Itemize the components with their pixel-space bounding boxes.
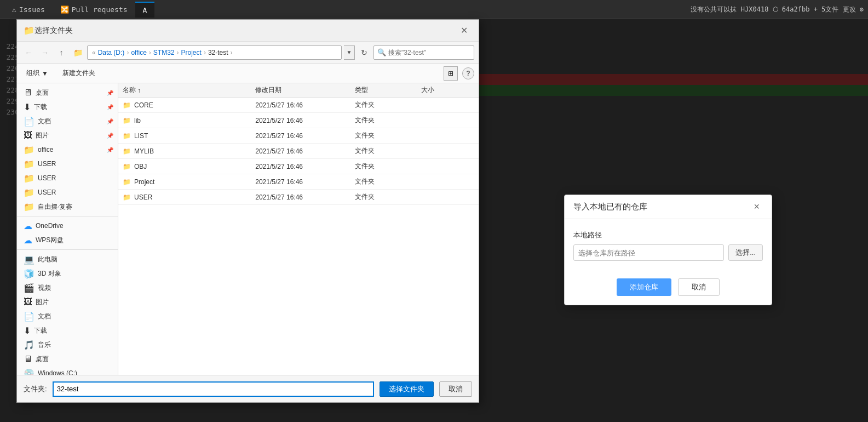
import-path-input[interactable] [573,244,724,261]
sort-arrow: ↑ [137,87,141,94]
computer-icon: 💻 [24,254,35,265]
nav-forward-button[interactable]: → [38,45,52,60]
download-label-1: 下载 [34,102,47,112]
dialog-close-button[interactable]: ✕ [456,23,472,38]
office-label: office [38,146,53,153]
nav-folder-button[interactable]: 📁 [71,45,85,60]
pin-icon-2: 📌 [107,104,113,110]
left-item-ziyou[interactable]: 📁 自由摆·复赛 [17,199,118,214]
search-input[interactable] [388,49,470,56]
obj-folder-icon: 📁 [123,163,131,170]
header-size[interactable]: 大小 [421,85,474,95]
user-folder-icon-2: 📁 [24,173,35,184]
import-title: 导入本地已有的仓库 [573,202,647,212]
file-row-mylib[interactable]: 📁 MYLIB 2021/5/27 16:46 文件夹 [118,144,479,159]
organize-button[interactable]: 组织 ▼ [21,66,53,81]
breadcrumb-stm32[interactable]: STM32 [153,49,175,56]
file-row-user[interactable]: 📁 USER 2021/5/27 16:46 文件夹 [118,190,479,205]
nav-refresh-button[interactable]: ↻ [357,45,371,60]
left-item-user-3[interactable]: 📁 USER [17,185,118,199]
tab-issues[interactable]: ⚠ Issues [4,2,53,17]
breadcrumb-project[interactable]: Project [181,49,202,56]
breadcrumb-office[interactable]: office [131,49,146,56]
left-item-desktop-1[interactable]: 🖥 桌面 📌 [17,85,118,100]
file-row-project[interactable]: 📁 Project 2021/5/27 16:46 文件夹 [118,174,479,190]
lib-type: 文件夹 [355,116,421,125]
image-icon-2: 🖼 [24,297,32,307]
download-icon-2: ⬇ [24,326,31,336]
image-label-2: 图片 [36,298,49,307]
header-date[interactable]: 修改日期 [255,85,355,95]
music-label: 音乐 [38,340,51,350]
left-item-download-2[interactable]: ⬇ 下载 [17,323,118,338]
search-box[interactable]: 🔍 [373,45,474,60]
left-item-computer[interactable]: 💻 此电脑 [17,252,118,266]
left-item-office[interactable]: 📁 office 📌 [17,142,118,157]
computer-label: 此电脑 [38,255,58,264]
file-row-lib[interactable]: 📁 lib 2021/5/27 16:46 文件夹 [118,113,479,128]
import-cancel-button[interactable]: 取消 [678,278,720,296]
left-item-wps[interactable]: ☁ WPS网盘 [17,233,118,247]
new-folder-label: 新建文件夹 [62,69,95,78]
tab-a-label: A [143,6,147,14]
new-folder-button[interactable]: 新建文件夹 [58,66,100,81]
file-row-obj[interactable]: 📁 OBJ 2021/5/27 16:46 文件夹 [118,159,479,174]
select-folder-button[interactable]: 选择文件夹 [380,381,434,397]
cancel-folder-button[interactable]: 取消 [439,381,472,397]
import-browse-button[interactable]: 选择... [728,244,763,261]
left-item-image-1[interactable]: 🖼 图片 📌 [17,128,118,142]
import-close-button[interactable]: × [750,199,763,215]
left-item-user-2[interactable]: 📁 USER [17,171,118,185]
pull-requests-icon: 🔀 [60,5,69,14]
nav-back-button[interactable]: ← [21,45,36,60]
nav-up-button[interactable]: ↑ [54,45,68,60]
mylib-date: 2021/5/27 16:46 [255,147,355,155]
view-button[interactable]: ⊞ [444,66,458,81]
help-button[interactable]: ? [462,67,474,79]
left-item-music[interactable]: 🎵 音乐 [17,338,118,352]
list-date: 2021/5/27 16:46 [255,132,355,140]
left-item-onedrive[interactable]: ☁ OneDrive [17,219,118,233]
import-titlebar: 导入本地已有的仓库 × [565,195,772,219]
import-field-row: 选择... [573,244,763,261]
left-item-download-1[interactable]: ⬇ 下载 📌 [17,100,118,114]
left-item-doc-2[interactable]: 📄 文档 [17,309,118,323]
project-name: Project [134,178,154,186]
left-item-user-1[interactable]: 📁 USER [17,157,118,171]
tab-pull-requests[interactable]: 🔀 Pull requests [53,2,135,17]
download-icon-1: ⬇ [24,102,31,112]
file-list-header: 名称 ↑ 修改日期 类型 大小 [118,83,479,98]
onedrive-label: OneDrive [36,222,64,230]
mylib-folder-icon: 📁 [123,147,131,155]
left-item-video[interactable]: 🎬 视频 [17,281,118,295]
file-chooser-dialog: 📁 选择文件夹 ✕ ← → ↑ 📁 « Data (D:) › office ›… [16,19,479,403]
section-divider-1 [17,216,118,216]
breadcrumb-data-d[interactable]: Data (D:) [98,49,125,56]
nav-dropdown-button[interactable]: ▼ [344,45,355,60]
left-item-windows-c[interactable]: 💿 Windows (C:) [17,366,118,375]
commit-info: HJX0418 ⬡ 64a2fbb + 5文件 更改 ⚙ [741,5,864,14]
user-label-2: USER [38,174,56,182]
file-row-core[interactable]: 📁 CORE 2021/5/27 16:46 文件夹 [118,98,479,113]
left-item-image-2[interactable]: 🖼 图片 [17,295,118,309]
desktop-label-1: 桌面 [36,88,49,98]
left-item-3d[interactable]: 🧊 3D 对象 [17,266,118,281]
dialog-title: 选择文件夹 [35,26,73,36]
video-label: 视频 [38,283,51,293]
tab-bar: ⚠ Issues 🔀 Pull requests A 没有公共可以抹 HJX04… [0,0,868,19]
file-row-list[interactable]: 📁 LIST 2021/5/27 16:46 文件夹 [118,128,479,144]
folder-name-input[interactable] [53,381,374,397]
right-info-text: 没有公共可以抹 [691,5,737,14]
import-footer: 添加仓库 取消 [565,272,772,305]
doc-label-2: 文档 [38,312,51,321]
left-item-doc-1[interactable]: 📄 文档 📌 [17,114,118,128]
header-name[interactable]: 名称 ↑ [123,85,255,95]
obj-date: 2021/5/27 16:46 [255,163,355,170]
left-item-desktop-2[interactable]: 🖥 桌面 [17,352,118,366]
dialog-footer: 文件夹: 选择文件夹 取消 [17,375,479,402]
header-type[interactable]: 类型 [355,85,421,95]
import-add-button[interactable]: 添加仓库 [617,278,671,296]
tab-a[interactable]: A [135,2,155,18]
toolbar: 组织 ▼ 新建文件夹 ⊞ ? [17,64,479,83]
ziyou-label: 自由摆·复赛 [38,202,72,212]
